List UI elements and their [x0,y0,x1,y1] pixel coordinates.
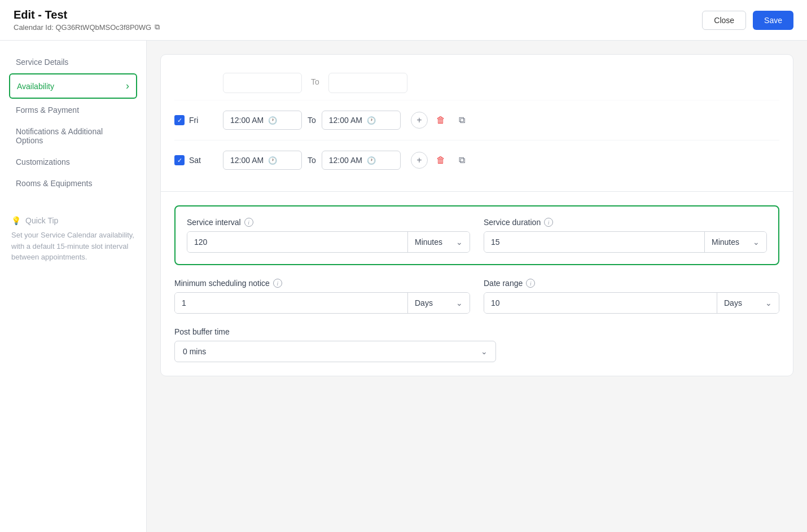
quick-tip-section: 💡 Quick Tip Set your Service Calendar av… [9,216,137,263]
clock-icon: 🕐 [268,156,277,165]
service-duration-unit-select[interactable]: Minutes ⌄ [704,232,766,252]
checkbox-sat[interactable]: ✓ [174,155,185,165]
min-scheduling-unit-select[interactable]: Days ⌄ [407,293,470,313]
time-actions-sat: + 🗑 ⧉ [411,152,471,169]
date-range-unit-select[interactable]: Days ⌄ [717,293,779,313]
chevron-down-icon: ⌄ [765,298,772,307]
chevron-right-icon: › [126,80,129,92]
scheduling-daterange-row: Minimum scheduling notice i Days ⌄ [174,279,779,314]
clock-icon: 🕐 [268,116,277,125]
day-label-fri: Fri [189,116,198,125]
highlighted-settings: Service interval i Minutes ⌄ [174,205,779,265]
post-buffer-label: Post buffer time [174,327,779,336]
lightbulb-icon: 💡 [11,216,21,225]
add-slot-button-fri[interactable]: + [411,112,428,129]
check-icon: ✓ [177,157,182,164]
min-scheduling-input[interactable] [175,293,407,313]
checkbox-fri[interactable]: ✓ [174,115,185,125]
availability-section: To ✓ Fri 12:00 AM 🕐 [161,55,793,191]
service-duration-group: Service duration i Minutes ⌄ [484,218,767,253]
sidebar-item-rooms-equipments[interactable]: Rooms & Equipments [9,173,137,194]
min-scheduling-group: Minimum scheduling notice i Days ⌄ [174,279,470,314]
date-range-group: Date range i Days ⌄ [484,279,779,314]
service-interval-unit-select[interactable]: Minutes ⌄ [407,232,470,252]
page-title: Edit - Test [14,8,160,21]
service-duration-input-row: Minutes ⌄ [484,231,767,253]
date-range-input[interactable] [484,293,717,313]
service-interval-info-icon[interactable]: i [244,218,253,227]
add-slot-button-sat[interactable]: + [411,152,428,169]
min-scheduling-label: Minimum scheduling notice i [174,279,470,288]
sidebar: Service Details Availability › Forms & P… [0,41,147,532]
service-interval-input[interactable] [187,232,407,252]
service-duration-input[interactable] [484,232,704,252]
time-from-fri[interactable]: 12:00 AM 🕐 [223,111,302,130]
sidebar-item-forms-payment[interactable]: Forms & Payment [9,100,137,120]
app-header: Edit - Test Calendar Id: QG36RtWQbMSOc3f… [0,0,807,41]
time-group-fri: 12:00 AM 🕐 To 12:00 AM 🕐 + 🗑 ⧉ [223,111,779,130]
main-content: To ✓ Fri 12:00 AM 🕐 [147,41,807,532]
post-buffer-select[interactable]: 0 mins ⌄ [174,341,496,362]
check-icon: ✓ [177,117,182,124]
sidebar-item-notifications[interactable]: Notifications & Additional Options [9,121,137,151]
chevron-down-icon: ⌄ [481,347,488,356]
chevron-down-icon: ⌄ [456,238,463,247]
calendar-id: Calendar Id: QG36RtWQbMSOc3f8P0WG ⧉ [14,23,160,32]
sidebar-item-customizations[interactable]: Customizations [9,152,137,172]
delete-slot-button-sat[interactable]: 🗑 [432,152,449,169]
sidebar-item-service-details[interactable]: Service Details [9,52,137,72]
time-to-sat[interactable]: 12:00 AM 🕐 [322,151,401,170]
time-to-fri[interactable]: 12:00 AM 🕐 [322,111,401,130]
sidebar-item-availability[interactable]: Availability › [9,73,137,99]
chevron-down-icon: ⌄ [753,238,760,247]
service-interval-input-row: Minutes ⌄ [187,231,470,253]
min-scheduling-input-row: Days ⌄ [174,292,470,314]
min-scheduling-info-icon[interactable]: i [273,279,282,288]
interval-duration-row: Service interval i Minutes ⌄ [187,218,767,253]
to-separator-sat: To [308,156,316,165]
time-group-sat: 12:00 AM 🕐 To 12:00 AM 🕐 + 🗑 ⧉ [223,151,779,170]
copy-id-icon[interactable]: ⧉ [155,23,160,32]
service-duration-label: Service duration i [484,218,767,227]
content-card: To ✓ Fri 12:00 AM 🕐 [160,54,793,376]
day-row-sat: ✓ Sat 12:00 AM 🕐 To 12:00 AM 🕐 [174,140,779,180]
quick-tip-text: Set your Service Calendar availability, … [11,230,135,263]
quick-tip-header: 💡 Quick Tip [11,216,135,225]
service-duration-info-icon[interactable]: i [544,218,553,227]
copy-slot-button-fri[interactable]: ⧉ [454,112,471,129]
copy-slot-button-sat[interactable]: ⧉ [454,152,471,169]
header-left: Edit - Test Calendar Id: QG36RtWQbMSOc3f… [14,8,160,32]
date-range-input-row: Days ⌄ [484,292,779,314]
clock-icon-to: 🕐 [367,156,376,165]
service-interval-group: Service interval i Minutes ⌄ [187,218,470,253]
time-actions-fri: + 🗑 ⧉ [411,112,471,129]
settings-section: Service interval i Minutes ⌄ [161,191,793,376]
day-label-sat: Sat [189,156,201,165]
chevron-down-icon: ⌄ [456,298,463,307]
save-button[interactable]: Save [753,11,793,30]
time-from-sat[interactable]: 12:00 AM 🕐 [223,151,302,170]
day-row-fri: ✓ Fri 12:00 AM 🕐 To 12:00 AM 🕐 [174,100,779,140]
day-checkbox-sat: ✓ Sat [174,155,214,165]
service-interval-label: Service interval i [187,218,470,227]
date-range-info-icon[interactable]: i [526,279,535,288]
close-button[interactable]: Close [702,11,746,30]
date-range-label: Date range i [484,279,779,288]
delete-slot-button-fri[interactable]: 🗑 [432,112,449,129]
to-separator-fri: To [308,116,316,125]
post-buffer-section: Post buffer time 0 mins ⌄ [174,327,779,362]
clock-icon-to: 🕐 [367,116,376,125]
main-layout: Service Details Availability › Forms & P… [0,41,807,532]
day-checkbox-fri: ✓ Fri [174,115,214,125]
header-actions: Close Save [702,11,793,30]
